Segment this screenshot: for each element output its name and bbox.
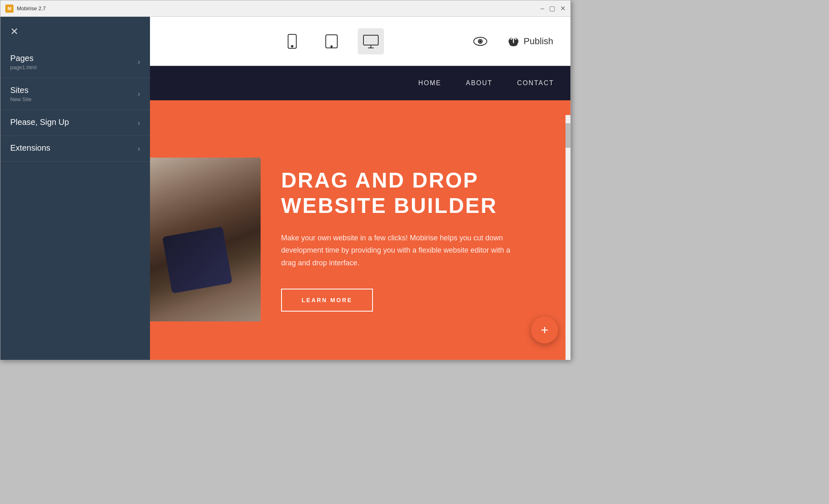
minimize-button[interactable]: – [541, 5, 544, 12]
website-preview: HOME ABOUT CONTACT DRAG AND DROP WEBSITE… [150, 66, 570, 360]
app-body: ✕ Pages page1.html › Sites New Site › [0, 17, 570, 360]
scrollbar-thumb[interactable] [566, 123, 570, 148]
svg-point-10 [479, 40, 481, 42]
chevron-right-icon: › [138, 145, 140, 153]
sidebar-sites-label: Sites [10, 86, 32, 95]
sidebar-signup-label: Please, Sign Up [10, 118, 69, 127]
chevron-right-icon: › [138, 90, 140, 98]
hand-illustration [150, 158, 261, 321]
eye-icon [473, 34, 488, 49]
preview-nav: HOME ABOUT CONTACT [150, 66, 570, 100]
toolbar-right: Publish [470, 31, 561, 52]
sidebar: ✕ Pages page1.html › Sites New Site › [0, 17, 150, 360]
sidebar-pages-sublabel: page1.html [10, 64, 36, 70]
app-window: M Mobirise 2.7 – ▢ ✕ ✕ Pages page1.html … [0, 0, 571, 360]
desktop-icon [363, 33, 379, 50]
desktop-view-button[interactable] [358, 28, 384, 54]
sidebar-pages-label: Pages [10, 54, 36, 63]
nav-link-about[interactable]: ABOUT [466, 79, 493, 87]
svg-rect-4 [363, 35, 378, 45]
hero-title: DRAG AND DROP WEBSITE BUILDER [281, 167, 546, 219]
nav-link-contact[interactable]: CONTACT [517, 79, 554, 87]
window-controls: – ▢ ✕ [541, 5, 566, 12]
publish-label: Publish [524, 36, 553, 47]
plus-icon: + [541, 323, 549, 337]
close-button[interactable]: ✕ [560, 5, 566, 12]
svg-point-3 [331, 45, 332, 47]
sidebar-item-extensions[interactable]: Extensions › [0, 136, 150, 162]
sidebar-sites-sublabel: New Site [10, 96, 32, 102]
hero-image [150, 158, 261, 321]
publish-button[interactable]: Publish [500, 31, 561, 52]
chevron-right-icon: › [138, 58, 140, 66]
svg-point-1 [291, 45, 293, 47]
hero-description: Make your own website in a few clicks! M… [281, 232, 511, 269]
window-title: Mobirise 2.7 [17, 5, 541, 11]
sidebar-item-signup[interactable]: Please, Sign Up › [0, 110, 150, 136]
preview-button[interactable] [470, 32, 490, 51]
close-icon: ✕ [10, 26, 18, 37]
sidebar-item-sites[interactable]: Sites New Site › [0, 78, 150, 110]
sidebar-item-pages[interactable]: Pages page1.html › [0, 46, 150, 78]
hero-cta-button[interactable]: LEARN MORE [281, 289, 373, 312]
toolbar: Publish [150, 17, 570, 66]
scrollbar[interactable] [566, 115, 570, 360]
tablet-view-button[interactable] [318, 28, 345, 54]
sidebar-close-button[interactable]: ✕ [0, 17, 150, 46]
device-buttons [193, 28, 470, 54]
tablet-icon [323, 33, 340, 50]
chevron-right-icon: › [138, 119, 140, 127]
upload-icon [507, 35, 520, 47]
app-icon: M [5, 5, 14, 13]
mobile-icon [284, 33, 300, 50]
titlebar: M Mobirise 2.7 – ▢ ✕ [0, 0, 570, 17]
add-block-button[interactable]: + [531, 316, 558, 344]
hero-section: DRAG AND DROP WEBSITE BUILDER Make your … [150, 100, 570, 360]
mobile-view-button[interactable] [279, 28, 305, 54]
nav-link-home[interactable]: HOME [418, 79, 441, 87]
sidebar-extensions-label: Extensions [10, 143, 50, 153]
right-panel: Publish HOME ABOUT CONTACT [150, 17, 570, 360]
maximize-button[interactable]: ▢ [549, 5, 555, 12]
